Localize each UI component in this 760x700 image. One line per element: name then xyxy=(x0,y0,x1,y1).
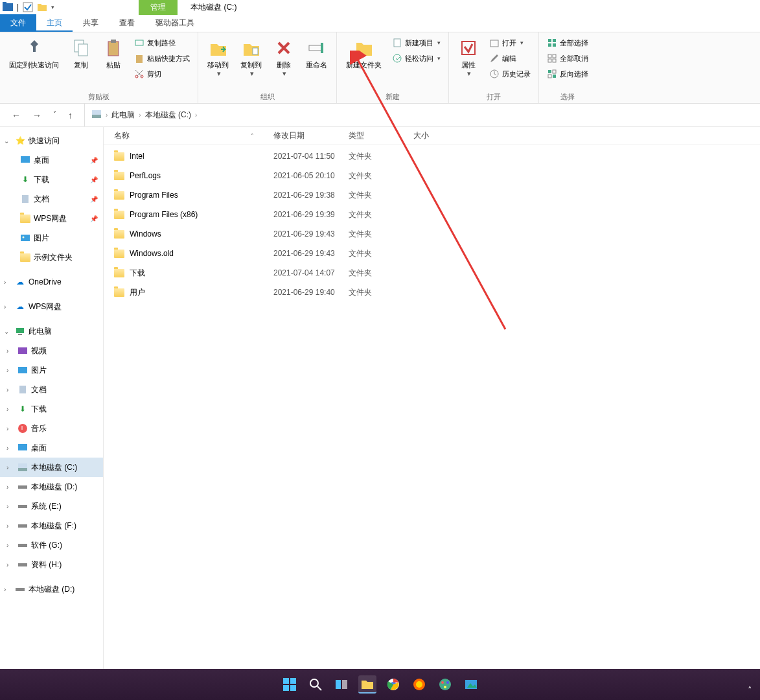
drive-icon xyxy=(17,482,29,492)
file-row[interactable]: 用户2021-06-29 19:40文件夹 xyxy=(104,283,760,302)
sidebar-downloads2[interactable]: ›⬇下载 xyxy=(0,399,103,419)
tab-view[interactable]: 查看 xyxy=(109,14,145,32)
taskview-button[interactable] xyxy=(332,675,351,694)
sidebar-documents[interactable]: 文档📌 xyxy=(0,189,103,209)
qat-folder-icon[interactable] xyxy=(37,2,47,12)
col-date[interactable]: 修改日期 xyxy=(273,130,349,141)
sidebar-desktop[interactable]: 桌面📌 xyxy=(0,150,103,170)
file-date: 2021-06-29 19:43 xyxy=(273,229,349,239)
svg-point-64 xyxy=(441,681,444,684)
qat-checkbox-icon[interactable] xyxy=(23,2,33,12)
sidebar-pictures[interactable]: 图片 xyxy=(0,228,103,248)
rename-button[interactable]: 重命名 xyxy=(302,35,331,72)
easy-access-icon xyxy=(392,53,402,64)
easy-access-button[interactable]: 轻松访问▾ xyxy=(389,52,443,65)
select-all-button[interactable]: 全部选择 xyxy=(544,36,591,49)
chrome-taskbar-icon[interactable] xyxy=(384,675,402,694)
sidebar-drive-g[interactable]: ›软件 (G:) xyxy=(0,535,103,555)
sidebar-quick-access[interactable]: ⌄⭐快速访问 xyxy=(0,131,103,150)
file-row[interactable]: Intel2021-07-04 11:50文件夹 xyxy=(104,146,760,166)
sidebar-sample-folder[interactable]: 示例文件夹 xyxy=(0,248,103,267)
nav-back-button[interactable]: ← xyxy=(12,110,21,121)
qat-dropdown-icon[interactable]: ▾ xyxy=(51,4,54,10)
explorer-taskbar-icon[interactable] xyxy=(358,675,376,694)
app-taskbar-icon[interactable] xyxy=(436,675,454,694)
paste-shortcut-button[interactable]: 粘贴快捷方式 xyxy=(132,52,192,65)
nav-recent-dropdown[interactable]: ˅ xyxy=(53,110,56,121)
photos-taskbar-icon[interactable] xyxy=(462,675,480,694)
invert-selection-button[interactable]: 反向选择 xyxy=(544,67,591,80)
col-size[interactable]: 大小 xyxy=(413,130,465,141)
edit-button[interactable]: 编辑 xyxy=(487,52,533,65)
nav-up-button[interactable]: ↑ xyxy=(68,110,73,121)
sidebar-drive-d2[interactable]: ›本地磁盘 (D:) xyxy=(0,579,103,599)
tab-share[interactable]: 共享 xyxy=(73,14,109,32)
sidebar-documents2[interactable]: ›文档 xyxy=(0,380,103,399)
cut-button[interactable]: 剪切 xyxy=(132,67,192,80)
nav-forward-button[interactable]: → xyxy=(32,110,41,121)
sidebar-drive-d[interactable]: ›本地磁盘 (D:) xyxy=(0,477,103,496)
taskbar-tray-chevron[interactable]: ˄ xyxy=(748,685,752,695)
svg-rect-30 xyxy=(548,75,551,78)
new-item-button[interactable]: 新建项目▾ xyxy=(389,36,443,49)
file-row[interactable]: PerfLogs2021-06-05 20:10文件夹 xyxy=(104,166,760,185)
file-row[interactable]: Program Files (x86)2021-06-29 19:39文件夹 xyxy=(104,205,760,224)
open-button[interactable]: 打开▾ xyxy=(487,36,533,49)
tab-home[interactable]: 主页 xyxy=(36,14,73,32)
manage-contextual-tab[interactable]: 管理 xyxy=(139,0,178,15)
search-button[interactable] xyxy=(306,675,325,694)
sidebar-videos[interactable]: ›视频 xyxy=(0,341,103,360)
column-headers[interactable]: 名称˄ 修改日期 类型 大小 xyxy=(104,127,760,145)
sidebar-drive-c[interactable]: ›本地磁盘 (C:) xyxy=(0,458,103,477)
sidebar-this-pc[interactable]: ⌄此电脑 xyxy=(0,321,103,341)
move-to-button[interactable]: 移动到▾ xyxy=(203,35,233,80)
sidebar-music[interactable]: ›音乐 xyxy=(0,419,103,438)
file-list[interactable]: Intel2021-07-04 11:50文件夹PerfLogs2021-06-… xyxy=(104,145,760,686)
file-row[interactable]: Windows2021-06-29 19:43文件夹 xyxy=(104,224,760,244)
sidebar-drive-h[interactable]: ›资料 (H:) xyxy=(0,555,103,574)
ribbon-group-organize: 移动到▾ 复制到▾ 删除▾ 重命名 组织 xyxy=(198,32,337,103)
file-row[interactable]: Windows.old2021-06-29 19:43文件夹 xyxy=(104,244,760,263)
delete-button[interactable]: 删除▾ xyxy=(270,35,298,80)
file-row[interactable]: 下载2021-07-04 14:07文件夹 xyxy=(104,263,760,283)
svg-rect-12 xyxy=(309,45,322,51)
select-none-button[interactable]: 全部取消 xyxy=(544,52,591,65)
pin-quickaccess-button[interactable]: 固定到快速访问 xyxy=(5,35,63,72)
copy-to-button[interactable]: 复制到▾ xyxy=(236,35,266,80)
sidebar-drive-f[interactable]: ›本地磁盘 (F:) xyxy=(0,516,103,535)
copy-path-button[interactable]: 复制路径 xyxy=(132,36,192,49)
sidebar-downloads[interactable]: ⬇下载📌 xyxy=(0,170,103,189)
svg-rect-7 xyxy=(135,40,143,45)
properties-button[interactable]: 属性▾ xyxy=(454,35,483,80)
navigation-pane[interactable]: ⌄⭐快速访问 桌面📌 ⬇下载📌 文档📌 WPS网盘📌 图片 示例文件夹 ›☁On… xyxy=(0,127,104,686)
sidebar-drive-e[interactable]: ›系统 (E:) xyxy=(0,496,103,516)
folder-icon xyxy=(19,213,31,224)
history-button[interactable]: 历史记录 xyxy=(487,67,533,80)
address-bar[interactable]: › 此电脑 › 本地磁盘 (C:) › xyxy=(84,104,760,126)
tab-file[interactable]: 文件 xyxy=(0,14,36,32)
breadcrumb-drive[interactable]: 本地磁盘 (C:) xyxy=(145,110,191,121)
qat-divider: | xyxy=(17,3,19,12)
svg-rect-34 xyxy=(22,195,29,203)
browser2-taskbar-icon[interactable] xyxy=(410,675,428,694)
sidebar-desktop2[interactable]: ›桌面 xyxy=(0,438,103,458)
breadcrumb-thispc[interactable]: 此电脑 xyxy=(111,110,135,121)
sidebar-pictures2[interactable]: ›图片 xyxy=(0,360,103,380)
start-button[interactable] xyxy=(281,675,299,694)
taskbar[interactable]: ˄ xyxy=(0,669,760,700)
svg-rect-46 xyxy=(18,485,27,489)
col-name[interactable]: 名称˄ xyxy=(114,130,273,141)
sidebar-wps[interactable]: WPS网盘📌 xyxy=(0,209,103,228)
sidebar-wps2[interactable]: ›☁WPS网盘 xyxy=(0,297,103,316)
new-folder-icon xyxy=(354,38,374,58)
svg-rect-26 xyxy=(553,59,556,62)
paste-button[interactable]: 粘贴 xyxy=(99,35,128,72)
new-folder-button[interactable]: 新建文件夹 xyxy=(342,35,386,72)
copy-button[interactable]: 复制 xyxy=(67,35,95,72)
sidebar-onedrive[interactable]: ›☁OneDrive xyxy=(0,272,103,292)
file-row[interactable]: Program Files2021-06-29 19:38文件夹 xyxy=(104,185,760,205)
col-type[interactable]: 类型 xyxy=(349,130,413,141)
tab-drive-tools[interactable]: 驱动器工具 xyxy=(145,14,205,32)
ribbon: 固定到快速访问 复制 粘贴 复制路径 粘贴快捷方式 剪切 剪贴板 移动到▾ xyxy=(0,32,760,104)
file-name: Windows.old xyxy=(130,249,174,258)
